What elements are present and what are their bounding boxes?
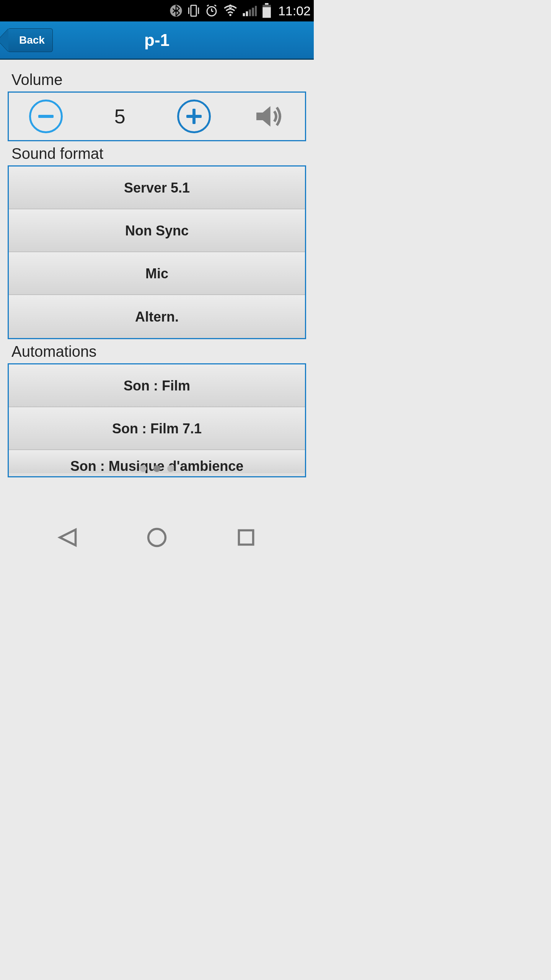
- svg-rect-13: [252, 8, 254, 16]
- page-indicator: [0, 465, 314, 472]
- automations-panel[interactable]: Son : Film Son : Film 7.1 Son : Musique …: [8, 363, 306, 477]
- svg-rect-1: [191, 5, 196, 16]
- svg-rect-31: [239, 530, 253, 544]
- volume-down-button[interactable]: [9, 100, 83, 133]
- title-bar: Back p-1: [0, 21, 314, 60]
- plus-icon: [177, 100, 211, 133]
- nav-recent-button[interactable]: [235, 527, 257, 550]
- page-dot: [140, 465, 147, 472]
- alarm-icon: [205, 4, 218, 18]
- mute-button[interactable]: [231, 101, 305, 132]
- page-dot-active: [153, 465, 160, 472]
- svg-line-7: [207, 5, 209, 6]
- svg-line-8: [214, 5, 216, 6]
- svg-marker-29: [60, 529, 75, 545]
- sound-format-item[interactable]: Altern.: [9, 295, 305, 338]
- back-button-label: Back: [19, 34, 45, 46]
- sound-format-panel: Server 5.1 Non Sync Mic Altern.: [8, 165, 306, 339]
- volume-panel: 5: [8, 91, 306, 141]
- automations-label: Automations: [11, 343, 306, 360]
- svg-rect-15: [265, 3, 268, 5]
- svg-rect-17: [262, 7, 271, 18]
- volume-value: 5: [114, 105, 126, 128]
- nav-back-icon: [57, 527, 78, 548]
- nav-recent-icon: [235, 527, 257, 548]
- nav-home-button[interactable]: [146, 527, 168, 550]
- sound-format-item[interactable]: Mic: [9, 252, 305, 295]
- back-button[interactable]: Back: [8, 28, 53, 52]
- status-time: 11:02: [278, 3, 311, 18]
- sound-format-item[interactable]: Non Sync: [9, 209, 305, 252]
- sound-format-label: Sound format: [11, 145, 306, 162]
- speaker-icon: [253, 101, 283, 132]
- status-bar: 11:02: [0, 0, 314, 21]
- bluetooth-icon: [170, 4, 183, 17]
- svg-rect-10: [243, 13, 245, 16]
- svg-rect-14: [255, 6, 257, 16]
- vibrate-icon: [187, 3, 200, 18]
- content: Volume 5 Sound format Server 5.1 Non Syn…: [0, 60, 314, 477]
- svg-rect-12: [249, 10, 251, 16]
- volume-up-button[interactable]: [157, 100, 231, 133]
- sound-format-item[interactable]: Server 5.1: [9, 167, 305, 209]
- nav-home-icon: [146, 527, 168, 548]
- svg-point-9: [229, 14, 231, 16]
- wifi-icon: [223, 5, 238, 17]
- svg-rect-11: [246, 11, 248, 16]
- volume-label: Volume: [11, 71, 306, 88]
- page-dot: [167, 465, 174, 472]
- automation-item[interactable]: Son : Film: [9, 364, 305, 407]
- minus-icon: [29, 100, 63, 133]
- automation-item[interactable]: Son : Film 7.1: [9, 407, 305, 450]
- signal-icon: [242, 5, 257, 17]
- nav-back-button[interactable]: [57, 527, 78, 550]
- android-nav-bar: [0, 519, 314, 557]
- page-title: p-1: [144, 31, 170, 50]
- svg-point-30: [148, 529, 166, 546]
- battery-icon: [261, 3, 272, 18]
